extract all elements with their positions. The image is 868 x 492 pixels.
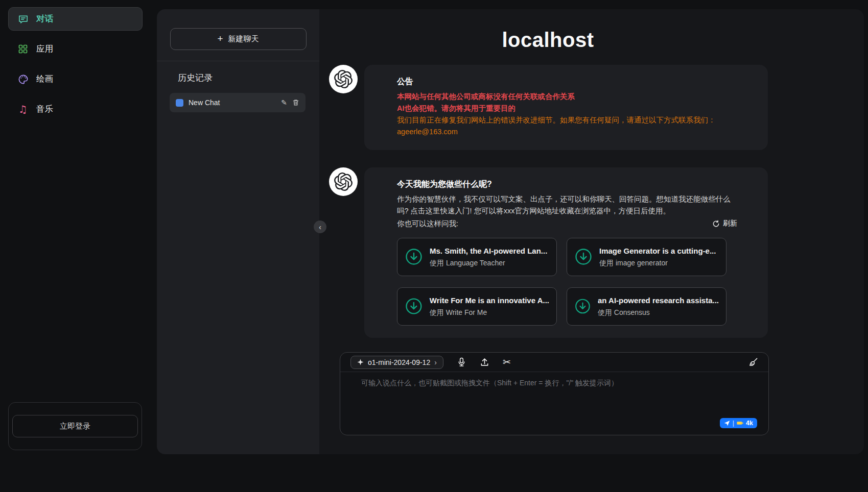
main-panel: localhost 公告 本网站与任何其他公司或商标没有任何关联或合作关系 AI… <box>319 9 864 454</box>
announcement-heading: 公告 <box>397 75 737 88</box>
suggestion-title: Ms. Smith, the AI-powered Lan... <box>430 247 547 256</box>
message-input[interactable] <box>340 372 768 416</box>
intro-body: 作为你的智慧伙伴，我不仅可以写文案、出点子，还可以和你聊天、回答问题。想知道我还… <box>397 193 737 217</box>
mic-button[interactable] <box>457 357 466 367</box>
suggestion-title: Image Generator is a cutting-e... <box>599 247 716 256</box>
music-note-icon: ♫ <box>17 104 29 115</box>
apps-grid-icon <box>17 43 29 55</box>
composer: o1-mini-2024-09-12 › ✂ <box>340 352 769 435</box>
token-count: 4k <box>746 420 753 427</box>
send-icon <box>724 420 730 426</box>
chat-history-item[interactable]: New Chat ✎ <box>170 93 306 112</box>
login-button[interactable]: 立即登录 <box>12 415 138 437</box>
suggestion-subtitle: 使用 image generator <box>599 259 716 267</box>
message-row: 今天我能为您做些什么呢? 作为你的智慧伙伴，我不仅可以写文案、出点子，还可以和你… <box>329 167 864 338</box>
badge-divider: | <box>733 420 734 427</box>
suggestion-subtitle: 使用 Write For Me <box>430 308 549 317</box>
sidebar-item-label: 绘画 <box>36 73 53 85</box>
battery-icon <box>737 421 743 425</box>
composer-toolbar: o1-mini-2024-09-12 › ✂ <box>340 353 768 372</box>
new-chat-button[interactable]: + 新建聊天 <box>170 28 307 50</box>
assistant-avatar <box>329 167 358 196</box>
chevron-right-icon: › <box>434 358 437 366</box>
model-label: o1-mini-2024-09-12 <box>368 358 430 366</box>
sidebar-item-draw[interactable]: 绘画 <box>8 67 143 91</box>
circle-arrow-down-icon <box>405 297 423 315</box>
upload-button[interactable] <box>480 357 489 367</box>
upload-icon <box>480 357 489 367</box>
suggestion-card[interactable]: Write For Me is an innovative A... 使用 Wr… <box>397 287 557 326</box>
intro-heading: 今天我能为您做些什么呢? <box>397 178 737 190</box>
circle-arrow-down-icon <box>405 248 423 266</box>
divider <box>157 61 319 61</box>
refresh-button[interactable]: 刷新 <box>712 219 737 228</box>
suggestion-card[interactable]: an AI-powered research assista... 使用 Con… <box>567 287 726 326</box>
clean-button[interactable] <box>748 357 758 367</box>
broom-icon <box>748 357 758 367</box>
sidebar: 对话 应用 绘画 ♫ 音乐 立即登录 <box>0 0 151 492</box>
chat-item-icon <box>176 99 183 107</box>
announcement-warning-2: AI也会犯错。请勿将其用于重要目的 <box>397 103 737 114</box>
mic-icon <box>457 357 466 367</box>
suggestion-card[interactable]: Ms. Smith, the AI-powered Lan... 使用 Lang… <box>397 238 557 276</box>
announcement-warning-1: 本网站与任何其他公司或商标没有任何关联或合作关系 <box>397 91 737 103</box>
assistant-avatar <box>329 65 358 93</box>
sidebar-item-label: 对话 <box>36 13 53 24</box>
scissors-icon: ✂ <box>503 357 511 367</box>
chat-bubble-icon <box>17 13 29 24</box>
suggestion-subtitle: 使用 Consensus <box>598 308 719 317</box>
openai-logo-icon <box>334 173 353 191</box>
login-section: 立即登录 <box>8 402 142 450</box>
intro-card: 今天我能为您做些什么呢? 作为你的智慧伙伴，我不仅可以写文案、出点子，还可以和你… <box>364 167 768 338</box>
new-chat-label: 新建聊天 <box>228 34 259 44</box>
announcement-card: 公告 本网站与任何其他公司或商标没有任何关联或合作关系 AI也会犯错。请勿将其用… <box>364 65 768 150</box>
sidebar-item-apps[interactable]: 应用 <box>8 37 143 61</box>
sidebar-item-label: 音乐 <box>36 104 53 115</box>
intro-ask: 你也可以这样问我: <box>397 218 458 230</box>
delete-icon[interactable] <box>292 99 299 106</box>
collapse-handle[interactable]: ‹ <box>314 220 326 233</box>
message-row: 公告 本网站与任何其他公司或商标没有任何关联或合作关系 AI也会犯错。请勿将其用… <box>329 65 864 150</box>
chat-list-panel: + 新建聊天 历史记录 New Chat ✎ <box>157 9 319 454</box>
sidebar-item-label: 应用 <box>36 43 53 55</box>
send-badge[interactable]: | 4k <box>720 418 757 428</box>
chevron-left-icon: ‹ <box>319 223 321 231</box>
sidebar-item-music[interactable]: ♫ 音乐 <box>8 97 143 121</box>
palette-icon <box>17 73 29 85</box>
chat-item-title: New Chat <box>189 99 276 107</box>
suggestion-title: Write For Me is an innovative A... <box>430 296 549 305</box>
announcement-info: 我们目前正在修复我们网站上的错误并改进细节。如果您有任何疑问，请通过以下方式联系… <box>397 114 737 126</box>
suggestion-card[interactable]: Image Generator is a cutting-e... 使用 ima… <box>567 238 726 276</box>
sidebar-item-chat[interactable]: 对话 <box>8 7 143 31</box>
circle-arrow-down-icon <box>574 248 593 266</box>
plus-icon: + <box>217 34 223 43</box>
page-title: localhost <box>319 29 777 52</box>
refresh-label: 刷新 <box>723 219 737 228</box>
circle-arrow-down-icon <box>574 297 591 315</box>
scissors-button[interactable]: ✂ <box>503 357 511 367</box>
edit-icon[interactable]: ✎ <box>281 99 287 107</box>
suggestion-grid: Ms. Smith, the AI-powered Lan... 使用 Lang… <box>397 238 737 326</box>
suggestion-title: an AI-powered research assista... <box>598 296 719 305</box>
history-title: 历史记录 <box>178 72 319 84</box>
announcement-email-link[interactable]: ageerle@163.com <box>397 126 458 138</box>
model-selector[interactable]: o1-mini-2024-09-12 › <box>350 356 443 369</box>
refresh-icon <box>712 220 720 228</box>
sparkle-icon <box>357 359 364 365</box>
openai-logo-icon <box>334 70 353 88</box>
suggestion-subtitle: 使用 Language Teacher <box>430 259 547 267</box>
